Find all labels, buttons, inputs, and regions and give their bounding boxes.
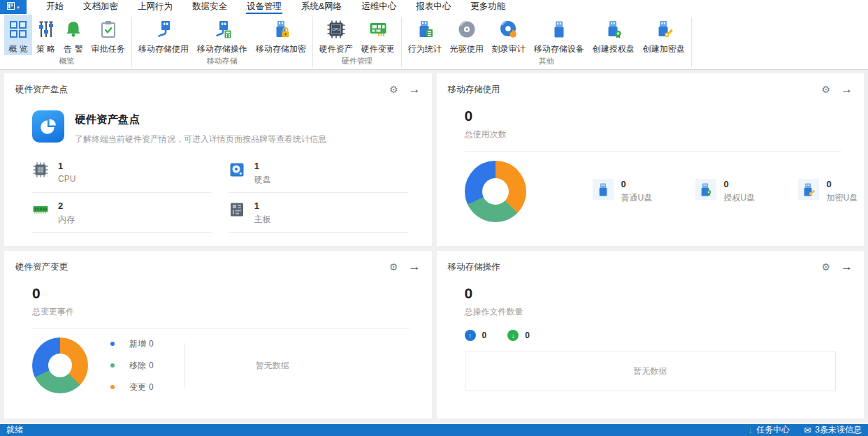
card-storage-usage: 移动存储使用 0 总使用次数 0普通U盘 xyxy=(437,73,865,246)
gear-icon[interactable] xyxy=(389,84,398,95)
ribbon-button-storage-usage[interactable]: 移动存储使用 xyxy=(134,15,193,55)
ribbon-button-approval-tasks[interactable]: 审批任务 xyxy=(87,15,129,55)
motherboard-icon xyxy=(229,201,245,220)
ribbon-button-label: 告 警 xyxy=(64,43,82,55)
svg-text:CPU: CPU xyxy=(332,27,340,31)
task-center-button[interactable]: 任务中心 xyxy=(748,424,790,436)
stat-motherboard: 1主板 xyxy=(229,201,408,233)
ribbon-button-create-authorized-disk[interactable]: 创建授权盘 xyxy=(588,15,639,55)
counter-value: 0 xyxy=(525,330,530,340)
unread-messages-label: 3条未读信息 xyxy=(815,424,862,436)
legend-item-changed: 变更 0 xyxy=(110,382,154,393)
card-title: 移动存储使用 xyxy=(448,84,500,96)
ribbon-group-hardware: CPU 硬件资产 硬件变更 硬件管理 xyxy=(313,14,401,69)
ribbon-button-label: 行为统计 xyxy=(408,43,442,55)
menu-item-doc-encryption[interactable]: 文档加密 xyxy=(73,0,128,14)
arrow-right-icon[interactable] xyxy=(409,82,421,96)
ribbon-button-label: 移动存储设备 xyxy=(534,43,584,55)
unread-messages-button[interactable]: 3条未读信息 xyxy=(804,424,862,436)
ribbon-button-storage-encryption[interactable]: 移动存储加密 xyxy=(252,15,310,55)
stat-memory: 2内存 xyxy=(32,201,212,233)
stat-normal-usb: 0普通U盘 xyxy=(593,179,657,204)
ribbon-button-behavior-stats[interactable]: 行为统计 xyxy=(404,15,446,55)
usb-device-icon xyxy=(549,19,569,40)
menu-item-start[interactable]: 开始 xyxy=(36,0,73,14)
ribbon-button-burn-audit[interactable]: 刻录审计 xyxy=(488,15,530,55)
ribbon-button-label: 硬件资产 xyxy=(319,43,353,55)
ribbon-button-hardware-assets[interactable]: CPU 硬件资产 xyxy=(315,15,357,55)
ribbon-button-label: 审批任务 xyxy=(92,43,125,55)
card-hardware-inventory: 硬件资产盘点 硬件资产盘点 了解终端当前硬件资产情况，可进入详情页面按品牌等查看… xyxy=(4,73,432,246)
menu-item-web-behavior[interactable]: 上网行为 xyxy=(128,0,182,14)
ribbon-button-alarm[interactable]: 告 警 xyxy=(59,15,87,55)
download-arrow-icon xyxy=(748,426,752,435)
arrow-right-icon[interactable] xyxy=(841,260,853,274)
card-title: 硬件资产变更 xyxy=(15,261,68,273)
total-operations-label: 总操作文件数量 xyxy=(465,306,853,318)
stat-value: 1 xyxy=(254,161,271,171)
gear-icon[interactable] xyxy=(821,261,830,272)
stat-label: 加密U盘 xyxy=(827,192,858,204)
ribbon-button-label: 概 览 xyxy=(8,43,27,55)
hardware-stats: 1CPU 1硬盘 2内存 xyxy=(32,161,408,233)
stat-authorized-usb: 0授权U盘 xyxy=(695,179,760,204)
stat-label: 普通U盘 xyxy=(621,192,653,204)
arrow-up-circle-icon xyxy=(465,330,476,341)
chart-legend: 新增 0 移除 0 变更 0 xyxy=(110,338,154,393)
ribbon-button-label: 创建授权盘 xyxy=(593,43,635,55)
menu-item-more-features[interactable]: 更多功能 xyxy=(461,0,515,14)
stat-label: 内存 xyxy=(58,214,75,226)
usb-normal-icon xyxy=(593,179,614,200)
overview-grid-icon xyxy=(8,19,28,40)
usb-plug-icon xyxy=(154,19,173,40)
menu-item-report-center[interactable]: 报表中心 xyxy=(406,0,461,14)
menu-item-data-security[interactable]: 数据安全 xyxy=(182,0,237,14)
hero-description: 了解终端当前硬件资产情况，可进入详情页面按品牌等查看统计信息 xyxy=(75,133,326,145)
arrow-right-icon[interactable] xyxy=(841,82,853,96)
menu-item-ops-center[interactable]: 运维中心 xyxy=(352,0,406,14)
legend-dot xyxy=(110,342,115,346)
stat-value: 0 xyxy=(827,179,858,189)
ribbon-group-label: 硬件管理 xyxy=(313,55,401,69)
stat-label: 主板 xyxy=(254,214,271,226)
ribbon-button-label: 策 略 xyxy=(36,43,55,55)
usb-authorized-icon xyxy=(695,179,716,200)
stat-value: 0 xyxy=(724,179,755,189)
ribbon-button-label: 移动存储使用 xyxy=(138,43,189,55)
cpu-chip-icon: CPU xyxy=(326,19,346,40)
ribbon-button-storage-operation[interactable]: 移动存储操作 xyxy=(193,15,252,55)
gear-icon[interactable] xyxy=(821,84,830,95)
menu-item-device-management[interactable]: 设备管理 xyxy=(237,0,291,14)
ribbon-button-label: 移动存储加密 xyxy=(256,43,306,55)
ribbon-group-removable-storage: 移动存储使用 移动存储操作 移动存储加密 移动存储 xyxy=(132,14,312,69)
menu-item-system-network[interactable]: 系统&网络 xyxy=(291,0,352,14)
chevron-down-icon: ▾ xyxy=(17,5,20,10)
ribbon-group-overview: 概 览 策 略 告 警 审批任务 概览 xyxy=(2,14,131,69)
card-title: 硬件资产盘点 xyxy=(15,84,68,96)
ribbon-group-other: 行为统计 光驱使用 刻录审计 移动存储设备 xyxy=(402,14,691,69)
storage-usage-donut-chart xyxy=(465,161,526,222)
mail-icon xyxy=(804,426,811,435)
hero-title: 硬件资产盘点 xyxy=(75,112,326,127)
ribbon-button-hardware-changes[interactable]: 硬件变更 xyxy=(357,15,399,55)
optical-disc-icon xyxy=(457,19,477,40)
hardware-changes-donut-chart xyxy=(32,337,88,393)
ribbon-button-policy[interactable]: 策 略 xyxy=(32,15,59,55)
divider xyxy=(32,328,410,329)
app-window-icon xyxy=(7,2,15,12)
ribbon-button-create-encrypted-disk[interactable]: 创建加密盘 xyxy=(639,15,689,55)
legend-dot xyxy=(110,363,115,368)
ribbon-button-overview[interactable]: 概 览 xyxy=(4,15,32,55)
ribbon-button-storage-devices[interactable]: 移动存储设备 xyxy=(530,15,588,55)
legend-value: 0 xyxy=(149,382,154,392)
app-menu-button[interactable]: ▾ xyxy=(0,0,27,14)
gear-icon[interactable] xyxy=(389,261,398,272)
stat-label: 授权U盘 xyxy=(724,192,755,204)
arrow-right-icon[interactable] xyxy=(409,260,421,274)
hardware-inventory-hero: 硬件资产盘点 了解终端当前硬件资产情况，可进入详情页面按品牌等查看统计信息 xyxy=(32,110,410,145)
ribbon-toolbar: 概 览 策 略 告 警 审批任务 概览 xyxy=(0,14,868,70)
ribbon-button-optical-usage[interactable]: 光驱使用 xyxy=(446,15,488,55)
memory-icon xyxy=(32,201,49,220)
stat-label: CPU xyxy=(58,174,75,184)
status-ready-text: 就绪 xyxy=(6,424,23,436)
